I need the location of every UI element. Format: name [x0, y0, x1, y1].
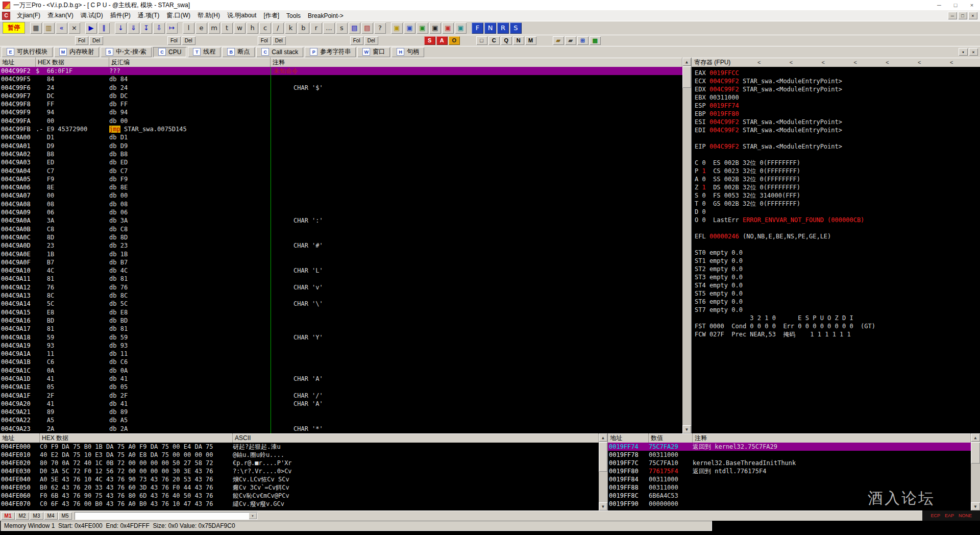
comment-button[interactable]: C — [488, 36, 500, 45]
disasm-row[interactable]: 004C9A19 93db 93 — [0, 342, 682, 350]
tool-green-icon[interactable]: ▣ — [416, 22, 428, 34]
stack-row[interactable]: 0019FF7800311000 — [608, 451, 971, 459]
delete-button[interactable]: Del — [364, 36, 378, 45]
list-red-icon[interactable]: ▤ — [361, 22, 373, 34]
delete-button[interactable]: Del — [89, 36, 103, 45]
scroll-down-icon[interactable]: ▼ — [599, 502, 607, 510]
menu-item-1[interactable]: 文jian(F) — [13, 10, 44, 21]
stack-row[interactable]: 0019FF7475C7FA29返回到 kernel32.75C7FA29 — [608, 443, 971, 451]
disasm-row[interactable]: 004C9A06 8Edb 8E — [0, 183, 682, 191]
animate-over-icon[interactable]: ⇩ — [153, 22, 165, 34]
scroll-up-icon[interactable]: ▲ — [599, 433, 607, 442]
dump-row[interactable]: 004FE040A0 5E 43 76 10 4C 43 76 90 73 43… — [0, 475, 599, 483]
register-line[interactable]: P 1 CS 0023 32位 0(FFFFFFFF) — [695, 167, 980, 175]
collapse-arrow-icon[interactable]: < — [820, 59, 827, 65]
register-line[interactable]: FST 0000 Cond 0 0 0 0 Err 0 0 0 0 0 0 0 … — [695, 322, 980, 330]
disasm-row[interactable]: 004C9A1C 0Adb 0A — [0, 367, 682, 375]
run-trace-button[interactable]: ... — [323, 22, 335, 34]
disasm-row[interactable]: 004C9A0E 1Bdb 1B — [0, 250, 682, 258]
disasm-row[interactable]: 004C9A21 89db 89 — [0, 408, 682, 416]
disasm-row[interactable]: 004C9A03 EDdb ED — [0, 158, 682, 166]
register-line[interactable]: T 0 GS 002B 32位 0(FFFFFFFF) — [695, 200, 980, 208]
stack-row[interactable]: 0019FF8400311000 — [608, 475, 971, 483]
stack-row[interactable]: 0019FF7C75C7FA10kernel32.BaseThreadInitT… — [608, 459, 971, 467]
register-line[interactable]: ST7 empty 0.0 — [695, 306, 980, 314]
register-line[interactable]: ST2 empty 0.0 — [695, 265, 980, 273]
disasm-row[interactable]: 004C99FA 00db 00 — [0, 117, 682, 125]
register-line[interactable]: ST5 empty 0.0 — [695, 289, 980, 298]
disasm-row[interactable]: 004C99F5 84db 84 — [0, 75, 682, 83]
cpu-window-button[interactable]: c — [259, 22, 271, 34]
disasm-row[interactable]: 004C9A0C 8Ddb 8D — [0, 233, 682, 241]
follow-button[interactable]: Fol — [75, 36, 88, 45]
tab-list-dropdown-icon[interactable]: ▾ — [959, 48, 968, 56]
menu-item-8[interactable]: 说.明about — [224, 10, 260, 21]
threads-button[interactable]: t — [221, 22, 233, 34]
menu-item-10[interactable]: Tools — [283, 10, 304, 21]
disasm-row[interactable]: 004C9A02 B8db B8 — [0, 150, 682, 158]
memory-tab-m2[interactable]: M2 — [15, 512, 29, 520]
tab-handles[interactable]: H句柄 — [391, 47, 424, 57]
maximize-button[interactable]: □ — [947, 0, 964, 10]
tab-close-icon[interactable]: × — [969, 48, 978, 56]
register-line[interactable]: EDI 004C99F2 STAR_swa.<ModuleEntryPoint> — [695, 126, 980, 134]
dump-row[interactable]: 004FE02080 70 0A 72 40 1C 0B 72 00 00 00… — [0, 459, 599, 467]
collapse-arrow-icon[interactable]: < — [884, 59, 891, 65]
disasm-row[interactable]: 004C9A15 E8db E8 — [0, 308, 682, 317]
menu-item-5[interactable]: 通.项(T) — [134, 10, 163, 21]
disasm-row[interactable]: 004C9A12 76db 76CHAR 'v' — [0, 283, 682, 291]
collapse-arrow-icon[interactable]: < — [948, 59, 955, 65]
register-line[interactable]: 3 2 1 0 E S P U O Z D I — [695, 314, 980, 322]
tab-call-stack[interactable]: CCall stack — [256, 47, 303, 57]
disasm-row[interactable]: 004C99FB.- E9 45372900jmp STAR_swa.0075D… — [0, 125, 682, 133]
edit-icon[interactable]: ▰ — [553, 36, 564, 45]
command-combobox[interactable]: ▾ — [75, 512, 257, 520]
highlight-o-button[interactable]: O — [449, 36, 460, 45]
memory-tab-m5[interactable]: M5 — [58, 512, 72, 520]
disasm-row[interactable]: 004C99F7 DCdb DC — [0, 92, 682, 100]
combo-dropdown-icon[interactable]: ▾ — [249, 513, 257, 519]
step-over-icon[interactable]: ⇓ — [128, 22, 139, 34]
register-line[interactable]: ECX 004C99F2 STAR_swa.<ModuleEntryPoint> — [695, 77, 980, 85]
scroll-thumb[interactable] — [599, 442, 607, 472]
tool-teal-icon[interactable]: ▣ — [455, 22, 467, 34]
dump-row[interactable]: 004FE050B0 62 43 76 20 33 43 76 60 3D 43… — [0, 483, 599, 492]
dump-row[interactable]: 004FE030D0 3A 5C 72 F0 12 56 72 00 00 00… — [0, 467, 599, 475]
quick-button[interactable]: Q — [501, 36, 512, 45]
collapse-arrow-icon[interactable]: < — [788, 59, 795, 65]
register-line[interactable]: C 0 ES 002B 32位 0(FFFFFFFF) — [695, 159, 980, 167]
box-button[interactable]: □ — [476, 36, 487, 45]
log-window-button[interactable]: l — [183, 22, 194, 34]
disasm-row[interactable]: 004C9A07 00db 00 — [0, 191, 682, 200]
register-line[interactable]: ESI 004C99F2 STAR_swa.<ModuleEntryPoint> — [695, 118, 980, 126]
references-button[interactable]: r — [310, 22, 322, 34]
scroll-down-icon[interactable]: ▼ — [971, 502, 980, 510]
register-line[interactable]: ST0 empty 0.0 — [695, 249, 980, 257]
disasm-row[interactable]: 004C9A05 F9db F9 — [0, 175, 682, 183]
dump-row[interactable]: 004FE070C0 6F 43 76 00 B0 43 76 A0 B0 43… — [0, 500, 599, 508]
register-line[interactable]: D 0 — [695, 208, 980, 216]
palette-icon[interactable]: ▩ — [590, 36, 601, 45]
disasm-row[interactable]: 004C9A17 81db 81 — [0, 325, 682, 333]
register-line[interactable]: EDX 004C99F2 STAR_swa.<ModuleEntryPoint> — [695, 85, 980, 93]
executable-modules-button[interactable]: e — [195, 22, 207, 34]
memory-tab-m1[interactable]: M1 — [1, 512, 15, 520]
collapse-arrow-icon[interactable]: < — [916, 59, 923, 65]
menu-item-7[interactable]: 帮.助(H) — [194, 10, 224, 21]
scroll-thumb[interactable] — [682, 66, 691, 88]
scroll-up-icon[interactable]: ▲ — [682, 58, 691, 66]
register-line[interactable]: A 0 SS 002B 32位 0(FFFFFFFF) — [695, 175, 980, 183]
source-button[interactable]: s — [336, 22, 348, 34]
register-line[interactable]: ST4 empty 0.0 — [695, 281, 980, 289]
register-line[interactable]: EBP 0019FF80 — [695, 110, 980, 118]
highlight-s-button[interactable]: S — [424, 36, 435, 45]
dump-scrollbar[interactable]: ▲▼ — [599, 433, 607, 510]
tab-executable-modules[interactable]: E可执行模块 — [2, 47, 53, 57]
dump-row[interactable]: 004FE01040 E2 DA 75 10 E3 DA 75 A0 E8 DA… — [0, 451, 599, 459]
disasm-row[interactable]: 004C99F8 FFdb FF — [0, 100, 682, 108]
disasm-row[interactable]: 004C9A1E 05db 05 — [0, 383, 682, 391]
register-line[interactable]: S 0 FS 0053 32位 314000(FFF) — [695, 191, 980, 200]
mdi-restore-button[interactable]: □ — [958, 12, 967, 19]
tab-references[interactable]: P参考字符串 — [305, 47, 356, 57]
disasm-row[interactable]: 004C9A1D 41db 41CHAR 'A' — [0, 375, 682, 383]
